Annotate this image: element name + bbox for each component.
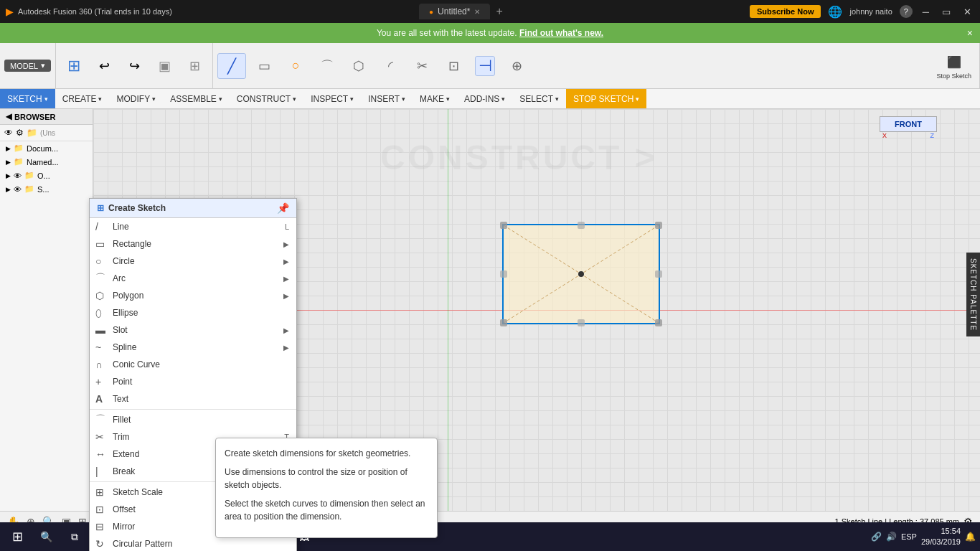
handle-bm[interactable] [578,319,585,326]
dropdown-ellipse[interactable]: ⬯ Ellipse [90,304,296,321]
search-btn[interactable]: 🔍 [33,524,59,550]
construct-arrow-icon: ▾ [293,95,296,103]
circle-toolbar-btn[interactable]: ○ [282,54,309,78]
assemble-menu-item[interactable]: ASSEMBLE ▾ [163,89,230,108]
model-dropdown[interactable]: MODEL ▾ [4,60,51,72]
dropdown-header: ⊞ Create Sketch 📌 [90,199,296,218]
language-label: ESP [901,532,917,541]
title-center: ● Untitled* ✕ + [419,4,503,19]
project-toolbar-btn[interactable]: ⊕ [503,54,530,78]
close-tab-btn[interactable]: ✕ [474,8,480,16]
sketch-menu-label: SKETCH [7,94,42,104]
eye2-icon: 👁 [14,171,22,180]
modify-menu-label: MODIFY [116,94,150,104]
dropdown-point[interactable]: + Point [90,373,296,390]
network-icon: 🔗 [871,532,882,542]
dimension-icon: ⊣ [475,56,495,76]
undo-toolbar-btn[interactable]: ↩ [90,54,118,78]
insert-menu-item[interactable]: INSERT ▾ [361,89,413,108]
redo-toolbar-btn[interactable]: ↪ [121,54,148,78]
browser-item-document[interactable]: ▶ 📁 Docum... [0,141,93,155]
offset-toolbar-btn[interactable]: ⊡ [440,54,467,78]
handle-ml[interactable] [500,270,507,278]
eye-icon[interactable]: 👁 [4,128,13,138]
viewcube-front[interactable]: FRONT [880,116,937,132]
dropdown-circle[interactable]: ○ Circle ▶ [90,253,296,270]
line-icon: ╱ [222,56,242,76]
active-tab[interactable]: ● Untitled* ✕ [419,4,490,19]
dropdown-arc[interactable]: ⌒ Arc ▶ [90,270,296,287]
rect-toolbar-btn[interactable]: ▭ [250,54,278,78]
display-toolbar-btn[interactable]: ▣ [151,54,178,78]
construct-menu-label: CONSTRUCT [237,94,291,104]
circular-item-icon: ↻ [95,538,104,550]
browser-item-named[interactable]: ▶ 📁 Named... [0,155,93,169]
polygon-label: Polygon [113,291,143,301]
handle-tl[interactable] [500,222,507,229]
handle-tr[interactable] [655,222,662,229]
banner-close-btn[interactable]: × [967,27,973,39]
collapse-icon[interactable]: ◀ [6,112,11,121]
handle-bl[interactable] [500,319,507,326]
create-menu-item[interactable]: CREATE ▾ [55,89,110,108]
model-arrow-icon: ▾ [41,61,45,70]
polygon-toolbar-btn[interactable]: ⬡ [345,54,372,78]
dropdown-spline[interactable]: ~ Spline ▶ [90,339,296,356]
stop-sketch-toolbar-btn[interactable]: ⬛ Stop Sketch [933,50,975,82]
notification-icon[interactable]: 🔔 [965,532,976,542]
banner-text: You are all set with the latest update. [377,28,517,38]
sketch-rectangle[interactable] [502,224,660,324]
dropdown-conic[interactable]: ∩ Conic Curve [90,356,296,373]
arc-icon: ⌒ [317,56,337,76]
dropdown-slot[interactable]: ▬ Slot ▶ [90,321,296,339]
banner-link[interactable]: Find out what's new. [519,28,603,38]
help-btn[interactable]: ? [900,5,913,18]
select-menu-item[interactable]: SELECT ▾ [512,89,566,108]
browser-item-origin[interactable]: ▶ 👁 📁 O... [0,169,93,182]
fillet-toolbar-btn[interactable]: ◜ [377,54,404,78]
folder-icon[interactable]: 📁 [27,128,37,138]
minimize-btn[interactable]: ─ [920,6,932,17]
grid-toolbar-btn[interactable]: ⊞ [181,54,208,78]
handle-mr[interactable] [655,270,662,278]
dimension-toolbar-btn[interactable]: ⊣ [471,54,499,78]
dropdown-polygon[interactable]: ⬡ Polygon ▶ [90,287,296,304]
viewcube[interactable]: FRONT X Z [880,116,937,174]
taskbar-right: 🔗 🔊 ESP 15:54 29/03/2019 🔔 [871,526,976,548]
trim-toolbar-btn[interactable]: ✂ [408,54,435,78]
dropdown-line[interactable]: / Line L [90,218,296,235]
dropdown-rectangle[interactable]: ▭ Rectangle ▶ [90,235,296,253]
dropdown-pin-icon[interactable]: 📌 [277,202,289,214]
browser-item-sketch[interactable]: ▶ 👁 📁 S... [0,182,93,196]
add-ins-menu-item[interactable]: ADD-INS ▾ [457,89,512,108]
handle-br[interactable] [655,319,662,326]
arc-item-icon: ⌒ [95,272,105,285]
sketch-palette-tab[interactable]: SKETCH PALETTE [966,253,980,336]
line-toolbar-btn[interactable]: ╱ [217,53,246,79]
maximize-btn[interactable]: ▭ [939,6,953,17]
task-view-btn[interactable]: ⧉ [62,524,88,550]
create-sketch-toolbar-btn[interactable]: ⊞ [60,54,88,78]
construct-menu-item[interactable]: CONSTRUCT ▾ [230,89,303,108]
select-menu-label: SELECT [519,94,553,104]
start-btn[interactable]: ⊞ [4,524,30,550]
dropdown-fillet[interactable]: ⌒ Fillet [90,411,296,428]
add-ins-menu-label: ADD-INS [464,94,499,104]
new-tab-btn[interactable]: + [496,5,502,18]
stop-sketch-menu-item[interactable]: STOP SKETCH ▾ [566,89,646,108]
circle-label: Circle [113,256,135,266]
handle-tm[interactable] [578,222,585,229]
grid-icon: ⊞ [184,56,204,76]
inspect-menu-item[interactable]: INSPECT ▾ [303,89,361,108]
dropdown-text[interactable]: A Text [90,390,296,408]
gear-icon[interactable]: ⚙ [16,128,24,138]
subscribe-btn[interactable]: Subscribe Now [750,5,821,18]
make-menu-item[interactable]: MAKE ▾ [413,89,457,108]
sketch-menu-item[interactable]: SKETCH ▾ [0,89,55,108]
insert-menu-label: INSERT [368,94,400,104]
modify-menu-item[interactable]: MODIFY ▾ [109,89,163,108]
speaker-icon: 🔊 [886,532,897,542]
create-sketch-icon: ⊞ [64,56,84,76]
close-btn[interactable]: ✕ [961,6,974,17]
arc-toolbar-btn[interactable]: ⌒ [314,54,341,78]
